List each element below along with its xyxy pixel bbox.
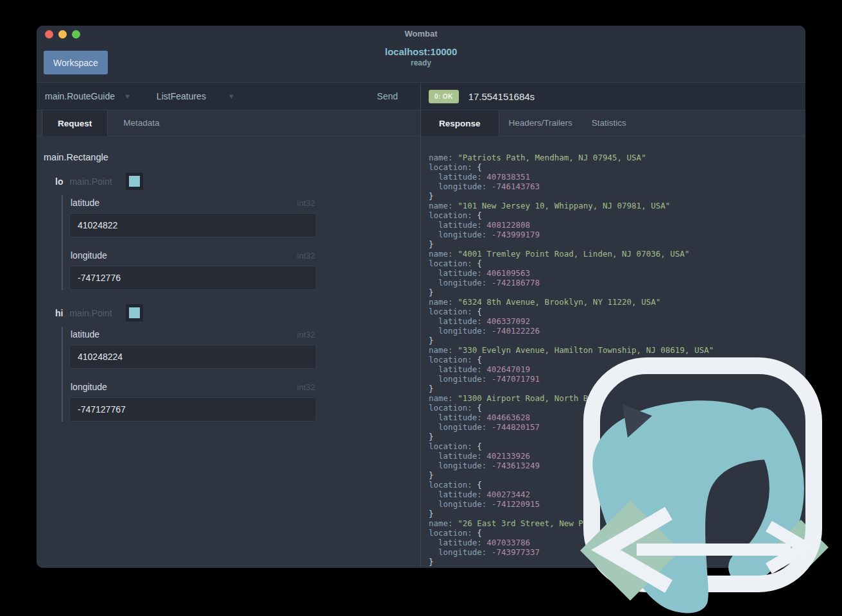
connection-info: localhost:10000 ready xyxy=(37,46,805,67)
field-group-header: hi main.Point xyxy=(55,304,420,321)
response-line: name: "330 Evelyn Avenue, Hamilton Towns… xyxy=(429,345,805,355)
field-type: int32 xyxy=(297,251,315,261)
message-type-label: main.Rectangle xyxy=(44,152,420,162)
response-line: location: { xyxy=(429,259,805,268)
tab-statistics[interactable]: Statistics xyxy=(582,110,636,135)
request-form: main.Rectangle lo main.Point latitude in… xyxy=(37,136,420,422)
response-line: latitude: 402647019 xyxy=(429,364,805,374)
response-line: longitude: -743977337 xyxy=(429,547,805,557)
response-line: latitude: 400273442 xyxy=(429,490,805,499)
field-label: latitude xyxy=(71,198,99,208)
header-bar: Workspace localhost:10000 ready xyxy=(37,42,805,82)
response-line: latitude: 404663628 xyxy=(429,413,805,422)
request-tabstrip: RequestMetadata xyxy=(37,110,420,136)
response-content: name: "Patriots Path, Mendham, NJ 07945,… xyxy=(421,136,805,568)
method-dropdown[interactable]: ListFeatures ▼ xyxy=(157,91,235,101)
checkbox-check xyxy=(129,307,140,318)
field-group-header: lo main.Point xyxy=(55,173,420,190)
response-line: } xyxy=(429,509,805,518)
send-button[interactable]: Send xyxy=(377,91,398,101)
response-line: name: "6324 8th Avenue, Brooklyn, NY 112… xyxy=(429,297,805,307)
point-checkbox-hi[interactable] xyxy=(126,304,143,321)
status-badge: 0: OK xyxy=(429,90,459,103)
host-address: localhost:10000 xyxy=(37,46,805,57)
response-line: latitude: 408122808 xyxy=(429,220,805,230)
response-line: location: { xyxy=(429,162,805,172)
method-name: ListFeatures xyxy=(157,91,206,101)
response-output[interactable]: name: "Patriots Path, Mendham, NJ 07945,… xyxy=(421,136,805,568)
window-title: Wombat xyxy=(37,26,805,42)
minimize-button[interactable] xyxy=(58,30,67,38)
field-type: int32 xyxy=(297,330,315,339)
lo-latitude-input[interactable] xyxy=(69,213,316,237)
response-line: longitude: -740122226 xyxy=(429,326,805,336)
response-line: longitude: -743999179 xyxy=(429,230,805,239)
field-type: int32 xyxy=(297,382,315,392)
response-line: latitude: 406109563 xyxy=(429,268,805,278)
checkbox-check xyxy=(129,176,140,187)
response-line: location: { xyxy=(429,355,805,364)
response-line: } xyxy=(429,470,805,480)
field-label: latitude xyxy=(71,329,99,339)
tab-metadata[interactable]: Metadata xyxy=(108,110,175,135)
response-line: name: "101 New Jersey 10, Whippany, NJ 0… xyxy=(429,201,805,210)
main-split: main.RouteGuide ▼ ListFeatures ▼ Send Re… xyxy=(37,82,805,568)
response-line: latitude: 402133926 xyxy=(429,451,805,461)
form-field: longitude int32 xyxy=(69,248,316,290)
service-dropdown[interactable]: main.RouteGuide ▼ xyxy=(45,91,131,101)
hi-longitude-input[interactable] xyxy=(69,397,316,422)
field-name-label: hi xyxy=(55,308,63,318)
service-name: main.RouteGuide xyxy=(45,91,115,101)
response-line: name: "4001 Tremley Point Road, Linden, … xyxy=(429,249,805,259)
response-line: location: { xyxy=(429,528,805,538)
response-line: longitude: -744820157 xyxy=(429,422,805,432)
screen: Wombat Workspace localhost:10000 ready m… xyxy=(0,0,842,616)
response-line: latitude: 407838351 xyxy=(429,172,805,182)
response-line: location: { xyxy=(429,441,805,451)
field-type-label: main.Point xyxy=(69,176,112,187)
response-line: } xyxy=(429,239,805,249)
message-field-group: hi main.Point latitude int32 longitude i… xyxy=(44,304,420,422)
form-field: longitude int32 xyxy=(69,379,316,422)
response-line: location: { xyxy=(429,480,805,490)
close-button[interactable] xyxy=(45,30,53,38)
field-label: longitude xyxy=(71,250,107,261)
response-line: name: "Patriots Path, Mendham, NJ 07945,… xyxy=(429,153,805,162)
response-line: longitude: -742186778 xyxy=(429,278,805,287)
response-line: latitude: 406337092 xyxy=(429,316,805,326)
request-content: main.Rectangle lo main.Point latitude in… xyxy=(37,136,420,568)
tab-response[interactable]: Response xyxy=(421,110,499,136)
response-line: } xyxy=(429,432,805,441)
response-line: longitude: -746143763 xyxy=(429,182,805,191)
duration-label: 17.554151684s xyxy=(468,91,535,102)
lo-longitude-input[interactable] xyxy=(69,266,316,290)
request-panel: main.RouteGuide ▼ ListFeatures ▼ Send Re… xyxy=(37,83,420,568)
app-window: Wombat Workspace localhost:10000 ready m… xyxy=(37,26,805,568)
field-label: longitude xyxy=(71,382,107,392)
field-group-body: latitude int32 longitude int32 xyxy=(62,327,316,422)
form-field: latitude int32 xyxy=(69,195,316,237)
chevron-down-icon: ▼ xyxy=(124,92,131,100)
response-line: name: "1300 Airport Road, North Br xyxy=(429,393,805,403)
titlebar[interactable]: Wombat xyxy=(37,26,805,42)
response-line: location: { xyxy=(429,210,805,220)
connection-status: ready xyxy=(37,58,805,67)
response-line: longitude: -743613249 xyxy=(429,461,805,470)
hi-latitude-input[interactable] xyxy=(69,345,316,369)
response-line: } xyxy=(429,287,805,297)
zoom-button[interactable] xyxy=(72,30,80,38)
response-line: } xyxy=(429,384,805,393)
field-type-label: main.Point xyxy=(69,308,112,318)
response-line: location: { xyxy=(429,307,805,316)
response-line: } xyxy=(429,336,805,345)
tab-headers-trailers[interactable]: Headers/Trailers xyxy=(499,110,582,135)
point-checkbox-lo[interactable] xyxy=(126,173,143,190)
response-line: location: { xyxy=(429,403,805,413)
response-tabstrip: ResponseHeaders/TrailersStatistics xyxy=(421,110,805,136)
traffic-lights xyxy=(45,30,80,38)
field-group-body: latitude int32 longitude int32 xyxy=(62,195,316,290)
method-bar: main.RouteGuide ▼ ListFeatures ▼ Send xyxy=(37,83,420,110)
response-line: longitude: -741220915 xyxy=(429,499,805,509)
response-line: } xyxy=(429,557,805,567)
tab-request[interactable]: Request xyxy=(42,110,108,136)
